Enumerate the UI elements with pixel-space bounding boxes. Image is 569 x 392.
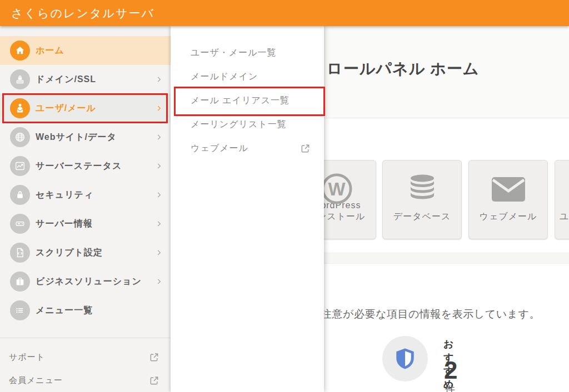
submenu-item-label: メールドメイン [191, 71, 258, 83]
wordpress-icon: W [321, 173, 353, 205]
sidebar-item-server-info[interactable]: サーバー情報 [0, 209, 171, 238]
sidebar-item-label: Webサイト/データ [36, 132, 117, 143]
sidebar-item-menu-list[interactable]: メニュー一覧 [0, 296, 171, 325]
domain-ssl-icon: WWW [10, 69, 30, 89]
sidebar-item-script-settings[interactable]: スクリプト設定 [0, 238, 171, 267]
sidebar-item-web-data[interactable]: Webサイト/データ [0, 123, 171, 152]
header-bar: さくらのレンタルサーバ [0, 0, 569, 26]
submenu-list: ユーザ・メール一覧 メールドメイン メール エイリアス一覧 メーリングリスト一覧… [171, 41, 324, 160]
tile-webmail[interactable]: ウェブメール [468, 160, 548, 239]
tile-label: ユ [560, 211, 569, 222]
notice-text: 注意が必要な項目の情報を表示しています。 [321, 307, 540, 321]
home-icon [10, 41, 30, 61]
chevron-right-icon [155, 76, 163, 83]
script-settings-icon [10, 243, 30, 263]
sidebar-link-label: 会員メニュー [9, 375, 63, 386]
server-info-icon [10, 214, 30, 234]
sidebar-item-label: ホーム [36, 45, 64, 57]
server-status-icon [10, 156, 30, 176]
sidebar-link-support[interactable]: サポート [0, 350, 171, 364]
sidebar-link-label: サポート [9, 352, 45, 363]
submenu-item-mail-domain[interactable]: メールドメイン [171, 65, 324, 89]
tile-database[interactable]: データベース [382, 160, 462, 239]
sidebar-item-domain-ssl[interactable]: WWW ドメイン/SSL [0, 65, 171, 94]
sidebar-link-member-menu[interactable]: 会員メニュー [0, 374, 171, 387]
external-link-icon [149, 352, 159, 363]
svg-text:W: W [328, 179, 345, 199]
sidebar-item-label: スクリプト設定 [36, 247, 103, 259]
sidebar: ホーム WWW ドメイン/SSL [0, 26, 171, 392]
submenu-item-label: メール エイリアス一覧 [191, 95, 290, 107]
app-title: さくらのレンタルサーバ [11, 6, 154, 21]
sidebar-nav: ホーム WWW ドメイン/SSL [0, 36, 171, 325]
business-solution-icon [10, 272, 30, 292]
sidebar-item-label: サーバーステータス [36, 160, 122, 172]
sidebar-item-label: ビジネスソリューション [36, 276, 142, 288]
submenu-item-mailing-list[interactable]: メーリングリスト一覧 [171, 113, 324, 137]
security-icon [10, 185, 30, 205]
chevron-right-icon [155, 278, 163, 285]
menu-list-icon [10, 300, 30, 320]
mail-icon [492, 177, 525, 202]
sidebar-item-business-solution[interactable]: ビジネスソリューション [0, 267, 171, 296]
sidebar-item-label: セキュリティ [36, 189, 93, 201]
chevron-right-icon [155, 104, 163, 112]
chevron-right-icon [155, 220, 163, 228]
sidebar-item-security[interactable]: セキュリティ [0, 180, 171, 209]
sidebar-item-server-status[interactable]: サーバーステータス [0, 152, 171, 180]
sidebar-item-label: ユーザ/メール [36, 103, 96, 114]
tile-partial[interactable]: ユ [555, 160, 569, 239]
external-link-icon [300, 143, 311, 154]
external-link-icon [149, 375, 159, 386]
submenu-item-label: ウェブメール [191, 143, 248, 154]
svg-text:WWW: WWW [17, 81, 23, 83]
sidebar-item-label: サーバー情報 [36, 218, 93, 230]
submenu-item-user-mail-list[interactable]: ユーザ・メール一覧 [171, 41, 324, 65]
submenu-item-label: ユーザ・メール一覧 [191, 47, 277, 59]
sidebar-item-user-mail[interactable]: ユーザ/メール [0, 94, 171, 123]
shield-icon [392, 346, 418, 371]
sidebar-item-label: メニュー一覧 [36, 305, 93, 316]
web-data-icon [10, 127, 30, 147]
sidebar-item-label: ドメイン/SSL [36, 74, 96, 86]
sidebar-item-home[interactable]: ホーム [0, 36, 171, 65]
submenu-item-mail-alias-list[interactable]: メール エイリアス一覧 [171, 89, 324, 113]
chevron-right-icon [155, 191, 163, 199]
page-title: ロールパネル ホーム [327, 58, 479, 79]
chevron-right-icon [155, 162, 163, 170]
tile-label: ウェブメール [480, 211, 537, 222]
submenu-item-webmail[interactable]: ウェブメール [171, 137, 324, 160]
submenu-panel: ユーザ・メール一覧 メールドメイン メール エイリアス一覧 メーリングリスト一覧… [171, 26, 324, 392]
recommended-count: 2件 [444, 358, 457, 392]
chevron-right-icon [155, 133, 163, 141]
sidebar-divider [0, 338, 171, 338]
tile-label: データベース [393, 211, 451, 222]
chevron-right-icon [155, 249, 163, 257]
database-icon [407, 173, 438, 204]
shield-circle [382, 336, 428, 381]
user-mail-icon [10, 98, 30, 118]
submenu-item-label: メーリングリスト一覧 [191, 119, 287, 130]
page: { "header": { "title": "さくらのレンタルサーバ" }, … [0, 0, 569, 392]
